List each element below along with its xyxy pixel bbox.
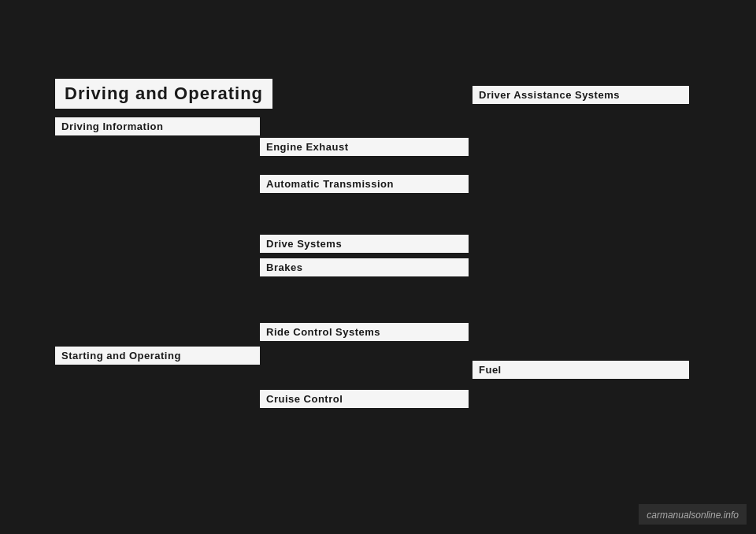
ride-control-systems-item[interactable]: Ride Control Systems [260, 323, 469, 341]
watermark: carmanualsonline.info [639, 504, 747, 525]
engine-exhaust-item[interactable]: Engine Exhaust [260, 138, 469, 156]
driving-information-label: Driving Information [55, 117, 260, 135]
fuel-label: Fuel [472, 361, 689, 379]
drive-systems-label: Drive Systems [260, 235, 469, 253]
driver-assistance-systems-item[interactable]: Driver Assistance Systems [472, 86, 689, 104]
driving-operating-title: Driving and Operating [55, 79, 272, 109]
ride-control-systems-label: Ride Control Systems [260, 323, 469, 341]
fuel-item[interactable]: Fuel [472, 361, 689, 379]
automatic-transmission-label: Automatic Transmission [260, 175, 469, 193]
brakes-item[interactable]: Brakes [260, 258, 469, 276]
main-title: Driving and Operating [55, 79, 272, 109]
driving-information-item[interactable]: Driving Information [55, 117, 260, 135]
cruise-control-label: Cruise Control [260, 390, 469, 408]
starting-operating-label: Starting and Operating [55, 347, 260, 365]
starting-operating-item[interactable]: Starting and Operating [55, 347, 260, 365]
cruise-control-item[interactable]: Cruise Control [260, 390, 469, 408]
automatic-transmission-item[interactable]: Automatic Transmission [260, 175, 469, 193]
engine-exhaust-label: Engine Exhaust [260, 138, 469, 156]
brakes-label: Brakes [260, 258, 469, 276]
watermark-text: carmanualsonline.info [647, 510, 739, 521]
drive-systems-item[interactable]: Drive Systems [260, 235, 469, 253]
driver-assistance-systems-label: Driver Assistance Systems [472, 86, 689, 104]
